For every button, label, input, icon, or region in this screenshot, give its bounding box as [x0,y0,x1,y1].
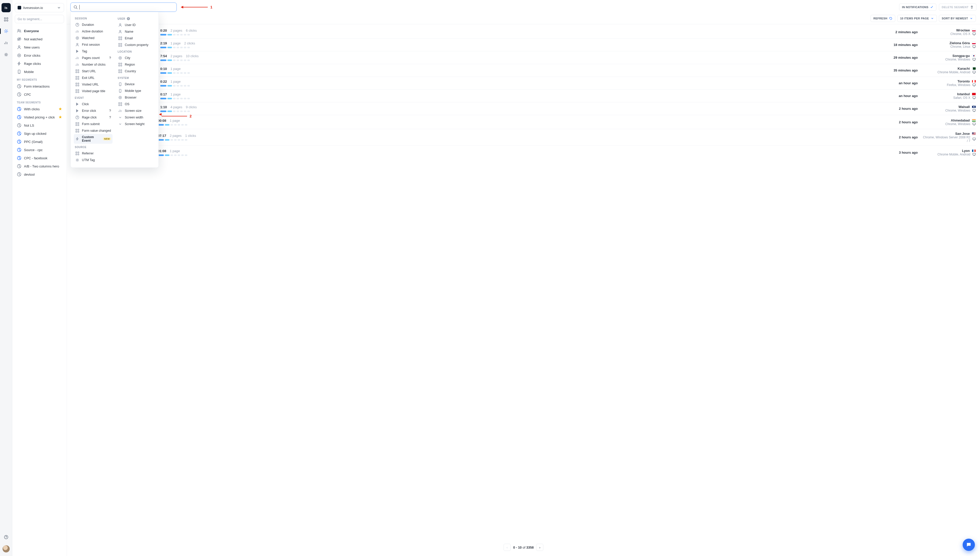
filter-city[interactable]: City [116,55,155,61]
clock-icon [75,23,79,27]
segment-search-input[interactable]: Go to segment... [15,15,64,23]
session-env: Safari, OS X [922,96,976,100]
next-page-button[interactable]: › [536,544,543,551]
diag-icon [118,109,122,113]
filter-visited-page-title[interactable]: Visited page title [74,88,113,94]
new-badge: NEW [103,137,111,141]
session-row[interactable]: 0:202 pages6 clicks 2 minutes ago Wrocła… [71,26,976,39]
filter-watched[interactable]: Watched [74,35,113,41]
form-icon [75,122,79,126]
sidebar-item-not-watched[interactable]: Not watched [15,35,64,43]
filter-device[interactable]: Device [116,81,155,87]
rail-avatar[interactable] [2,544,11,553]
session-row[interactable]: 👷 c7331579 ▢ 35Since Oct 30 07:172 pages… [71,129,976,145]
sidebar-item-devtool[interactable]: devtool [15,170,64,178]
session-time: 29 minutes ago [880,56,918,60]
filter-screen-height[interactable]: Screen height [116,121,155,128]
filter-browser[interactable]: Browser [116,94,155,101]
sidebar-item-cpc[interactable]: CPC [15,91,64,99]
in-notifications-button[interactable]: IN NOTIFICATIONS [899,3,936,11]
workspace-picker[interactable]: livesession.io [15,3,64,12]
per-page-button[interactable]: 10 ITEMS PER PAGE [897,15,937,22]
search-input[interactable] [71,3,177,12]
arr-d-icon [118,122,122,126]
filter-custom-event[interactable]: Custom Event NEW [74,134,113,144]
sidebar-item-ppc-gmail-[interactable]: PPC (Gmail) [15,137,64,146]
rail-settings[interactable] [2,50,11,59]
brand-logo[interactable]: ls [2,3,11,12]
filter-referrer[interactable]: Referrer [74,150,113,157]
session-row[interactable]: 0:221 page an hour ago Toronto Firefox, … [71,77,976,90]
sidebar-item-rage-clicks[interactable]: Rage clicks [15,60,64,68]
help-icon [4,535,8,540]
chevron-down-icon [970,16,973,20]
filter-first-session[interactable]: First session [74,41,113,48]
sidebar-item-new-users[interactable]: New users [15,43,64,51]
filter-group-event: EVENT [74,94,113,101]
filter-pages-count[interactable]: Pages count ? [74,55,113,61]
filter-region[interactable]: Region [116,61,155,68]
filter-user-id[interactable]: User ID [116,22,155,28]
sort-button[interactable]: SORT BY NEWEST [939,15,976,22]
sidebar-item-everyone[interactable]: Everyone [15,27,64,35]
filter-custom-property[interactable]: Custom property [116,42,155,48]
filter-number-of-clicks[interactable]: Number of clicks [74,61,113,68]
pie-icon [17,107,21,111]
filter-duration[interactable]: Duration [74,21,113,28]
filter-form-submit[interactable]: Form submit [74,121,113,128]
filter-name[interactable]: Name [116,28,155,35]
filter-mobile-type[interactable]: Mobile type [116,87,155,94]
sidebar-item-with-clicks[interactable]: With clicks ★ [15,105,64,113]
filter-exit-url[interactable]: Exit URL [74,74,113,81]
sidebar-item-form-interactions[interactable]: Form interactions [15,82,64,91]
sidebar-item-a-b-two-columns-hero[interactable]: A/B - Two columns hero [15,162,64,170]
filter-group-location: LOCATION [116,48,155,55]
delete-segment-button[interactable]: DELETE SEGMENT [939,3,977,11]
filter-form-value-changed[interactable]: Form value changed [74,128,113,134]
session-row[interactable]: 1:104 pages9 clicks 2 hours ago Walsall … [71,102,976,115]
session-row[interactable]: 0:101 page 35 minutes ago Karachi Chrome… [71,64,976,77]
sidebar-item-error-clicks[interactable]: Error clicks [15,51,64,60]
session-row[interactable]: 👳 851c5546 ▢ 1Since Dec 14 01:081 page 3… [71,145,976,159]
filter-os[interactable]: OS [116,101,155,107]
filter-active-duration[interactable]: Active duration [74,28,113,35]
rail-help[interactable] [2,532,11,542]
chat-fab-button[interactable] [963,539,975,551]
session-list: 0:202 pages6 clicks 2 minutes ago Wrocła… [67,24,980,540]
sidebar-item-cpc-facebook[interactable]: CPC - facebook [15,154,64,162]
session-row[interactable]: 0:171 page an hour ago Istanbul Safari, … [71,90,976,102]
filter-email[interactable]: Email [116,35,155,42]
flag-icon [118,69,122,73]
session-city: Zielona Góra [922,41,976,45]
filter-tag[interactable]: Tag [74,48,113,55]
pages: 1 page [170,119,180,123]
filter-visited-url[interactable]: Visited URL [74,81,113,88]
sidebar-item-not-ls[interactable]: Not LS [15,121,64,129]
rail-analytics[interactable] [2,38,11,47]
session-row[interactable]: 7:542 pages10 clicks 29 minutes ago Song… [71,51,976,64]
filter-screen-size[interactable]: Screen size [116,107,155,114]
filter-error-click[interactable]: Error click ? [74,107,113,114]
sidebar-item-visited-pricing-click[interactable]: Visited pricing + click ★ [15,113,64,121]
session-time: an hour ago [880,81,918,85]
filter-click[interactable]: Click [74,101,113,107]
rail-sessions[interactable] [2,27,11,36]
sidebar-item-mobile[interactable]: Mobile [15,68,64,76]
duration: 01:08 [158,149,166,153]
filter-country[interactable]: Country [116,68,155,74]
pages: 1 page [171,41,181,45]
filter-screen-width[interactable]: Screen width [116,114,155,121]
search-field[interactable] [82,5,174,10]
rail-apps[interactable] [2,15,11,24]
sidebar-item-source-cpc[interactable]: Source - cpc [15,146,64,154]
filter-rage-click[interactable]: Rage click ? [74,114,113,121]
filter-utm-tag[interactable]: UTM Tag [74,157,113,163]
refresh-button[interactable]: REFRESH [870,15,895,22]
pin-icon [118,56,122,60]
session-row[interactable]: 👴 48197135 ▢ 5Since Dec 10 00:081 page 2… [71,115,976,129]
prev-page-button[interactable]: ‹ [504,544,511,551]
sidebar-item-sign-up-clicked[interactable]: Sign up clicked [15,129,64,137]
filter-start-url[interactable]: Start URL [74,68,113,74]
session-row[interactable]: 2:191 page2 clicks 18 minutes ago Zielon… [71,39,976,51]
monitor-icon [972,83,976,87]
